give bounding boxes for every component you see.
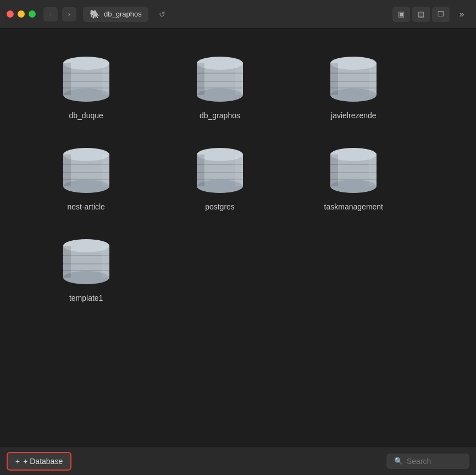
svg-rect-7: [102, 63, 109, 95]
chevron-right-icon: ›: [68, 10, 70, 18]
add-database-label: + Database: [23, 457, 63, 466]
database-label-nest-article: nest-article: [67, 202, 104, 211]
layout-icon-1: ▣: [398, 10, 405, 18]
svg-rect-6: [63, 63, 71, 95]
layout-icon-2: ▤: [418, 10, 424, 18]
add-database-button[interactable]: + + Database: [7, 452, 71, 471]
main-content: db_duque db_graphos: [0, 29, 476, 446]
layout-button-1[interactable]: ▣: [392, 7, 410, 22]
refresh-icon: ↺: [159, 10, 165, 19]
maximize-button[interactable]: [29, 10, 36, 18]
chevron-left-icon: ‹: [49, 10, 52, 18]
svg-rect-23: [369, 63, 377, 95]
search-icon: 🔍: [394, 457, 403, 465]
back-button[interactable]: ‹: [43, 7, 58, 21]
layout-button-2[interactable]: ▤: [412, 7, 430, 22]
svg-rect-47: [369, 154, 377, 186]
plus-icon: +: [15, 457, 20, 466]
bottom-bar: + + Database 🔍: [0, 446, 476, 475]
layout-button-3[interactable]: ❒: [432, 7, 450, 22]
svg-rect-22: [330, 63, 338, 95]
active-tab[interactable]: 🐘 db_graphos: [83, 7, 148, 22]
close-button[interactable]: [7, 10, 14, 18]
database-item-db_duque[interactable]: db_duque: [22, 45, 150, 125]
database-item-taskmanagement[interactable]: taskmanagement: [290, 136, 418, 217]
database-item-nest-article[interactable]: nest-article: [22, 136, 150, 217]
elephant-icon: 🐘: [90, 9, 100, 19]
svg-rect-15: [235, 63, 243, 95]
svg-rect-31: [102, 154, 109, 186]
search-input[interactable]: [407, 457, 462, 466]
svg-rect-54: [63, 246, 71, 278]
more-button[interactable]: »: [454, 7, 469, 22]
database-label-db_graphos: db_graphos: [200, 111, 240, 120]
database-icon-nest-article: [56, 142, 117, 197]
database-item-template1[interactable]: template1: [22, 228, 150, 308]
database-label-javielrezende: javielrezende: [331, 111, 377, 120]
database-label-taskmanagement: taskmanagement: [324, 202, 383, 211]
svg-rect-14: [197, 63, 204, 95]
svg-rect-46: [330, 154, 338, 186]
layout-icon-3: ❒: [438, 10, 444, 18]
more-icon: »: [460, 9, 464, 19]
refresh-button[interactable]: ↺: [155, 7, 169, 21]
database-grid: db_duque db_graphos: [22, 45, 418, 308]
database-icon-taskmanagement: [323, 142, 384, 197]
titlebar: ‹ › 🐘 db_graphos ↺ ▣ ▤ ❒ »: [0, 0, 476, 29]
database-label-postgres: postgres: [205, 202, 235, 211]
database-item-javielrezende[interactable]: javielrezende: [290, 45, 418, 125]
search-box: 🔍: [386, 454, 469, 469]
database-label-db_duque: db_duque: [69, 111, 103, 120]
layout-buttons: ▣ ▤ ❒: [392, 7, 450, 22]
database-label-template1: template1: [69, 294, 103, 302]
svg-rect-39: [235, 154, 243, 186]
database-item-db_graphos[interactable]: db_graphos: [156, 45, 284, 125]
database-item-postgres[interactable]: postgres: [156, 136, 284, 217]
traffic-lights: [7, 10, 36, 18]
database-icon-db_duque: [56, 51, 117, 106]
svg-rect-55: [102, 246, 109, 278]
database-icon-db_graphos: [190, 51, 250, 106]
minimize-button[interactable]: [18, 10, 25, 18]
tab-label: db_graphos: [104, 10, 142, 18]
database-icon-postgres: [190, 142, 250, 197]
svg-rect-30: [63, 154, 71, 186]
svg-rect-38: [197, 154, 204, 186]
database-icon-template1: [56, 233, 117, 288]
database-icon-javielrezende: [323, 51, 384, 106]
forward-button[interactable]: ›: [62, 7, 76, 21]
